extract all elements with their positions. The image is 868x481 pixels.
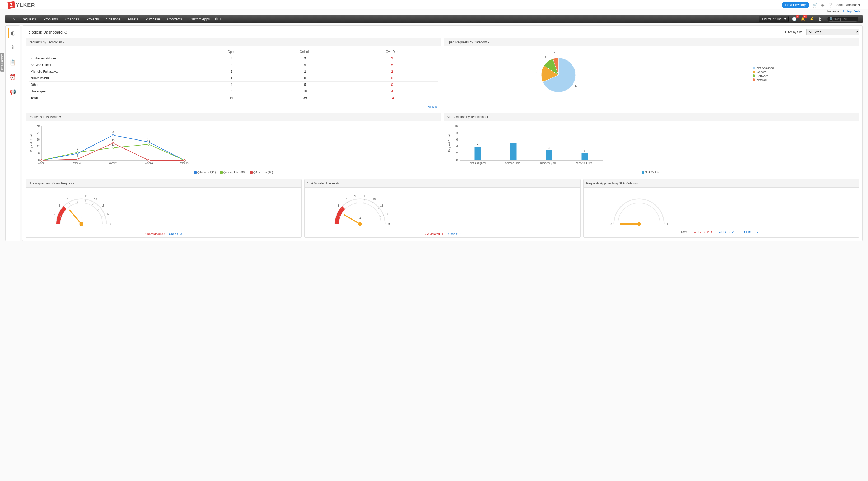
view-all-link[interactable]: View All (26, 103, 441, 110)
svg-text:0: 0 (456, 159, 458, 162)
gauge-chart: 1357911131517194 (307, 190, 413, 229)
nav-changes[interactable]: Changes (62, 17, 83, 21)
svg-text:12: 12 (37, 145, 40, 148)
svg-text:Request Count: Request Count (30, 134, 33, 152)
svg-rect-53 (510, 143, 517, 160)
svg-rect-34 (41, 159, 43, 161)
svg-text:18: 18 (37, 138, 40, 141)
bolt-icon[interactable]: ⚡ (808, 17, 815, 21)
widget-header[interactable]: Open Requests by Category ▾ (444, 38, 859, 46)
svg-text:Week3: Week3 (109, 162, 117, 165)
global-search[interactable]: 🔍▾ (827, 17, 859, 22)
svg-rect-40 (183, 159, 185, 161)
svg-line-91 (348, 202, 350, 206)
bell-icon[interactable]: 🔔25 (800, 17, 806, 21)
my-summary-tab[interactable]: My Summary (0, 53, 4, 72)
trash-icon[interactable]: 🗑 (817, 17, 823, 21)
brand-logo: Z YLKER (8, 2, 35, 8)
widget-unassigned-open: Unassigned and Open Requests 13579111315… (26, 179, 302, 238)
svg-text:2: 2 (545, 56, 546, 59)
svg-rect-59 (582, 154, 588, 160)
widget-header[interactable]: SLA Violation by Technician ▾ (444, 113, 859, 121)
svg-text:6: 6 (456, 138, 458, 141)
table-row[interactable]: Michelle Fukasawa222 (29, 68, 438, 75)
svg-text:7: 7 (345, 198, 347, 201)
th-overdue: OverDue (346, 49, 438, 55)
dashboard-title[interactable]: Helpdesk Dashboard ⊝ (26, 30, 68, 35)
filter-label: Filter by Site : (785, 30, 804, 34)
widget-title: Requests Approaching SLA Violation (586, 182, 638, 185)
nav-reports-icon[interactable]: ⎍ (219, 17, 223, 21)
nav-assets[interactable]: Assets (124, 17, 142, 21)
dashboard-title-text: Helpdesk Dashboard (26, 30, 63, 34)
svg-text:5: 5 (59, 204, 61, 207)
widget-open-by-category: Open Requests by Category ▾ 13321 Not As… (444, 38, 859, 110)
svg-text:4: 4 (456, 145, 458, 148)
svg-point-106 (358, 222, 362, 226)
svg-line-101 (380, 216, 384, 217)
sidebar-scheduler-icon[interactable]: 🗓 (8, 43, 17, 52)
svg-rect-29 (112, 147, 114, 149)
svg-point-83 (80, 222, 83, 226)
svg-text:30: 30 (37, 124, 40, 127)
svg-text:Week2: Week2 (73, 162, 82, 165)
nav-contracts[interactable]: Contracts (164, 17, 186, 21)
instance-link[interactable]: IT Help Desk (842, 9, 860, 13)
gauge-open-label[interactable]: Open (19) (169, 232, 182, 235)
widget-header[interactable]: Requests by Technician ▾ (26, 38, 441, 46)
table-row[interactable]: Unassigned6184 (29, 88, 438, 95)
nav-gear-icon[interactable]: ✻ (214, 17, 219, 21)
svg-text:11: 11 (85, 195, 88, 198)
sidebar-dashboard-icon[interactable]: ◐ (8, 28, 17, 38)
recent-icon[interactable]: 🕘3 (791, 17, 798, 21)
bar-legend: SLA Violated (447, 171, 857, 174)
widget-header: Requests Approaching SLA Violation (584, 179, 859, 188)
table-row[interactable]: Kimberley Mitman393 (29, 55, 438, 62)
svg-text:9: 9 (354, 195, 356, 198)
svg-text:6: 6 (81, 217, 82, 220)
svg-line-70 (77, 199, 78, 203)
nav-purchase[interactable]: Purchase (142, 17, 164, 21)
new-request-button[interactable]: + New Request ▾ (758, 16, 789, 22)
widget-title: SLA Violation by Technician (447, 115, 486, 119)
nav-custom-apps[interactable]: Custom Apps (186, 17, 213, 21)
th-name (29, 49, 199, 55)
gauge-open-label[interactable]: Open (19) (448, 232, 462, 235)
sidebar-reminders-icon[interactable]: ⏰ (8, 72, 18, 82)
widget-approaching-sla: Requests Approaching SLA Violation 01 Ne… (583, 179, 859, 238)
sidebar-tasks-icon[interactable]: 📋 (8, 58, 18, 67)
gauge-chart: 01 (586, 190, 692, 229)
sidebar-announcements-icon[interactable]: 📢 (8, 87, 18, 97)
left-sidebar: ◐ 🗓 📋 ⏰ 📢 (5, 25, 20, 241)
gauge-violated-label[interactable]: SLA violated (4) (424, 232, 444, 235)
user-menu[interactable]: Santa Mahiban ▾ (836, 3, 860, 7)
logo-text: YLKER (16, 2, 35, 8)
home-icon[interactable]: ⌂ (9, 17, 18, 21)
help-icon[interactable]: ❔ (828, 3, 833, 8)
cart-icon[interactable]: 🛒 (812, 3, 818, 8)
nav-requests[interactable]: Requests (18, 17, 40, 21)
svg-text:15: 15 (380, 204, 383, 207)
nav-problems[interactable]: Problems (40, 17, 62, 21)
global-apps-icon[interactable]: ◉ (821, 3, 825, 8)
bell-badge: 25 (803, 15, 807, 18)
svg-text:1: 1 (331, 222, 333, 225)
svg-text:0: 0 (38, 159, 40, 162)
widget-title: Requests by Technician (29, 40, 62, 44)
svg-line-68 (69, 202, 71, 206)
svg-text:24: 24 (37, 131, 40, 134)
esm-directory-button[interactable]: ESM Directory (782, 2, 809, 8)
table-row[interactable]: sriram.ks1989100 (29, 75, 438, 82)
svg-text:4: 4 (477, 143, 478, 146)
svg-text:1: 1 (52, 222, 54, 225)
table-row[interactable]: Others450 (29, 82, 438, 88)
widget-header[interactable]: Requests This Month ▾ (26, 113, 441, 121)
table-row[interactable]: Service Officer355 (29, 62, 438, 68)
svg-text:3: 3 (333, 213, 334, 216)
legend-completed: Completed(33) (226, 171, 246, 174)
nav-solutions[interactable]: Solutions (102, 17, 124, 21)
nav-projects[interactable]: Projects (83, 17, 102, 21)
search-input[interactable] (835, 17, 856, 21)
gauge-unassigned-label[interactable]: Unassigned (6) (145, 232, 165, 235)
site-filter-select[interactable]: All Sites (806, 29, 859, 35)
